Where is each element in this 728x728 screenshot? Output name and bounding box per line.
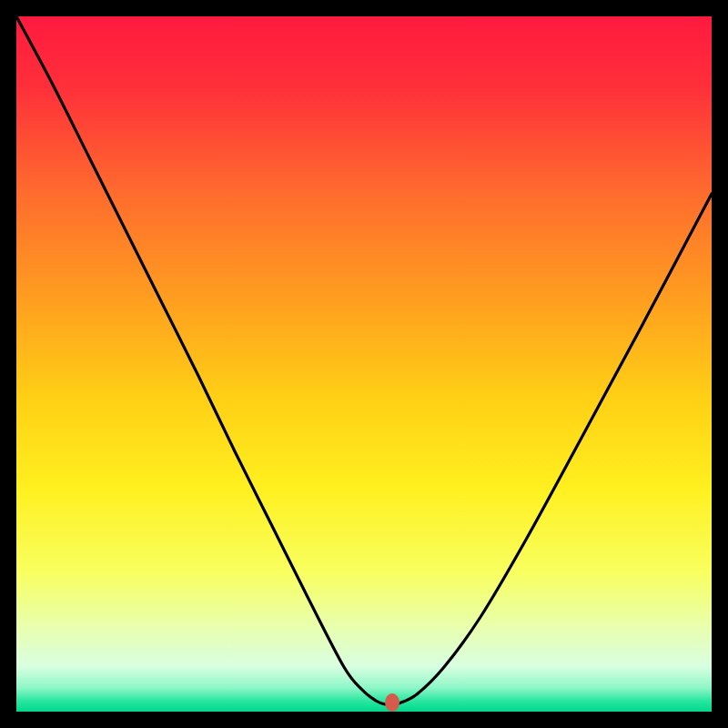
chart-svg [16, 16, 712, 712]
chart-background [16, 16, 712, 712]
chart-frame: TheBottleneck.com [16, 16, 712, 712]
optimal-marker [385, 693, 399, 712]
